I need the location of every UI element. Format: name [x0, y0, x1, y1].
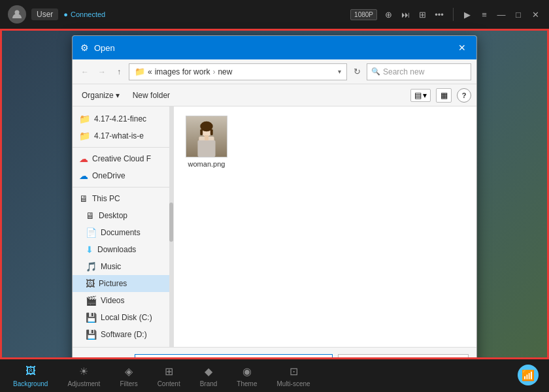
- brand-icon: ◆: [201, 364, 216, 378]
- layout-button[interactable]: ▦: [436, 88, 452, 103]
- sidebar-divider-1: [73, 147, 173, 148]
- this-pc-label: This PC: [92, 194, 120, 203]
- folder1-icon: 📁: [79, 114, 90, 124]
- path-chevron-icon: ▾: [338, 68, 341, 75]
- pictures-icon: 🖼: [86, 278, 95, 289]
- new-folder-button[interactable]: New folder: [129, 89, 174, 102]
- view-button[interactable]: ▤ ▾: [410, 89, 431, 102]
- sidebar-item-documents[interactable]: 📄 Documents: [73, 224, 173, 241]
- sidebar-item-local-disk-c[interactable]: 💾 Local Disk (C:): [73, 309, 173, 326]
- sidebar-item-creative-cloud[interactable]: ☁ Creative Cloud F: [73, 150, 173, 167]
- sidebar-item-this-pc[interactable]: 🖥 This PC: [73, 190, 173, 207]
- multi-scene-label: Multi-scene: [276, 380, 310, 387]
- dialog-toolbar: Organize ▾ New folder ▤ ▾ ▦ ?: [73, 84, 476, 106]
- view-chevron-icon: ▾: [423, 91, 427, 100]
- dialog-addressbar: ← → ↑ 📁 « images for work › new ▾ ↻ 🔍 Se…: [73, 59, 476, 84]
- documents-icon: 📄: [86, 227, 97, 238]
- sidebar-item-pictures[interactable]: 🖼 Pictures: [73, 275, 173, 292]
- svg-rect-7: [210, 129, 213, 135]
- search-placeholder-text: Search new: [383, 67, 424, 76]
- skip-icon[interactable]: ⏭: [399, 8, 411, 20]
- file-area: woman.png: [174, 106, 476, 347]
- view-icon: ▤: [414, 91, 422, 100]
- path-separator: ›: [212, 67, 215, 76]
- help-button[interactable]: ?: [457, 88, 471, 103]
- sidebar-item-videos[interactable]: 🎬 Videos: [73, 292, 173, 309]
- background-label: Background: [13, 380, 48, 387]
- music-icon: 🎵: [86, 261, 97, 272]
- software-d-label: Software (D:): [101, 330, 147, 339]
- videos-label: Videos: [101, 296, 124, 305]
- dialog-titlebar: ⚙ Open ✕: [73, 36, 476, 59]
- music-label: Music: [101, 262, 121, 271]
- sidebar-item-folder2[interactable]: 📁 4.17-what-is-e: [73, 127, 173, 144]
- search-box[interactable]: 🔍 Search new: [367, 63, 471, 80]
- theme-label: Theme: [237, 380, 257, 387]
- refresh-button[interactable]: ↻: [350, 65, 364, 79]
- address-path[interactable]: 📁 « images for work › new ▾: [129, 63, 347, 80]
- theme-icon: ◉: [240, 364, 254, 378]
- content-icon: ⊞: [161, 364, 176, 378]
- sidebar-scroll-thumb: [169, 203, 173, 242]
- connection-dot: ●: [63, 10, 68, 18]
- creative-cloud-label: Creative Cloud F: [92, 154, 151, 163]
- dialog-sidebar: 📁 4.17-4.21-finec 📁 4.17-what-is-e ☁ Cre…: [73, 106, 174, 347]
- folder2-label: 4.17-what-is-e: [94, 131, 144, 140]
- close-button[interactable]: ✕: [529, 8, 541, 20]
- up-button[interactable]: ↑: [112, 65, 126, 79]
- path-main: images for work: [155, 67, 210, 76]
- menu-icon[interactable]: ≡: [478, 8, 490, 20]
- maximize-button[interactable]: □: [512, 8, 524, 20]
- folder2-icon: 📁: [79, 131, 90, 141]
- bottombar-item-filters[interactable]: ◈ Filters: [120, 364, 137, 387]
- app-bottombar: 🖼 Background ☀ Adjustment ◈ Filters ⊞ Co…: [0, 359, 549, 392]
- svg-rect-9: [205, 135, 208, 140]
- file-item-woman-png[interactable]: woman.png: [180, 113, 233, 171]
- file-thumbnail-woman: [186, 116, 227, 157]
- sidebar-item-folder1[interactable]: 📁 4.17-4.21-finec: [73, 110, 173, 127]
- bottombar-item-brand[interactable]: ◆ Brand: [200, 364, 218, 387]
- svg-rect-8: [197, 140, 215, 157]
- desktop-icon: 🖥: [86, 210, 95, 221]
- sidebar-divider-2: [73, 187, 173, 188]
- organize-label: Organize: [82, 91, 114, 100]
- grid-icon[interactable]: ⊞: [416, 8, 428, 20]
- minimize-button[interactable]: —: [495, 8, 507, 20]
- sidebar-scrollbar[interactable]: [169, 106, 173, 347]
- connection-status: ● Connected: [63, 10, 105, 18]
- content-label: Content: [158, 380, 180, 387]
- forward-button[interactable]: →: [95, 65, 109, 79]
- bottombar-item-adjustment[interactable]: ☀ Adjustment: [67, 364, 100, 387]
- pictures-label: Pictures: [99, 279, 127, 288]
- local-disk-c-icon: 💾: [86, 312, 97, 323]
- search-icon: 🔍: [371, 67, 380, 76]
- sidebar-item-music[interactable]: 🎵 Music: [73, 258, 173, 275]
- sidebar-item-onedrive[interactable]: ☁ OneDrive: [73, 167, 173, 184]
- bottombar-item-background[interactable]: 🖼 Background: [13, 364, 48, 387]
- filters-label: Filters: [120, 380, 137, 387]
- bottombar-item-content[interactable]: ⊞ Content: [158, 364, 180, 387]
- open-dialog: ⚙ Open ✕ ← → ↑ 📁 « images for work › new…: [72, 35, 477, 392]
- sidebar-item-software-d[interactable]: 💾 Software (D:): [73, 326, 173, 343]
- sidebar-item-downloads[interactable]: ⬇ Downloads: [73, 241, 173, 258]
- wifi-button[interactable]: 📶: [518, 365, 539, 385]
- media-icon[interactable]: ▶: [461, 8, 473, 20]
- creative-cloud-icon: ☁: [79, 154, 88, 164]
- brand-label: Brand: [200, 380, 218, 387]
- dialog-close-button[interactable]: ✕: [456, 41, 469, 54]
- bottombar-item-theme[interactable]: ◉ Theme: [237, 364, 257, 387]
- wifi-icon: 📶: [522, 369, 535, 382]
- divider: [453, 8, 454, 21]
- organize-chevron-icon: ▾: [116, 91, 120, 100]
- onedrive-label: OneDrive: [92, 171, 125, 180]
- sidebar-item-desktop[interactable]: 🖥 Desktop: [73, 207, 173, 224]
- back-button[interactable]: ←: [78, 65, 92, 79]
- local-disk-c-label: Local Disk (C:): [101, 313, 152, 322]
- onedrive-icon: ☁: [79, 171, 88, 181]
- downloads-label: Downloads: [97, 245, 136, 254]
- path-prefix: «: [148, 67, 152, 76]
- organize-button[interactable]: Organize ▾: [78, 89, 124, 102]
- more-options-icon[interactable]: •••: [433, 8, 445, 20]
- bottombar-item-multi-scene[interactable]: ⊡ Multi-scene: [276, 364, 310, 387]
- zoom-in-icon[interactable]: ⊕: [382, 8, 394, 20]
